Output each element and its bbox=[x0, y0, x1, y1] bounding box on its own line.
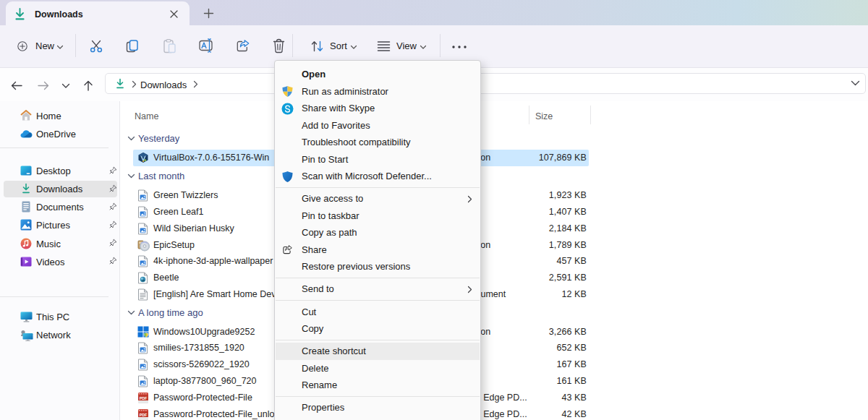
svg-text:PDF: PDF bbox=[140, 413, 147, 417]
svg-text:PDF: PDF bbox=[140, 396, 147, 400]
